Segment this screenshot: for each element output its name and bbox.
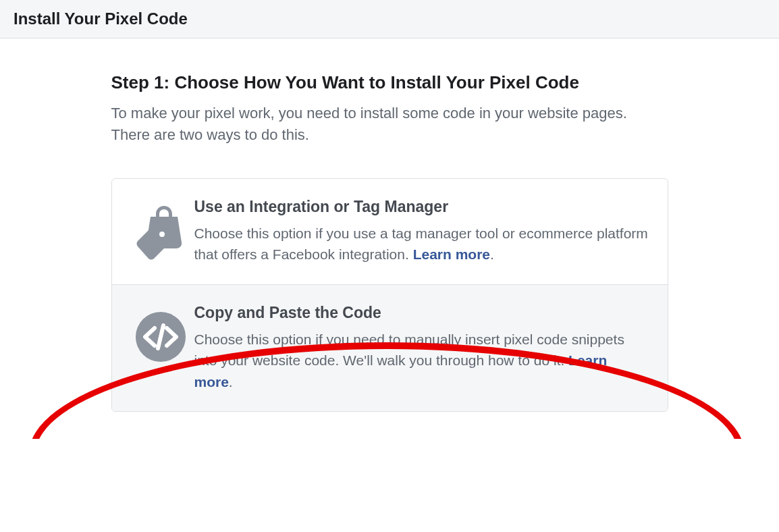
header-bar: Install Your Pixel Code <box>0 0 779 38</box>
option-desc: Choose this option if you use a tag mana… <box>194 223 649 265</box>
code-icon <box>127 304 194 393</box>
option-desc-text: Choose this option if you need to manual… <box>194 331 624 369</box>
page-title: Install Your Pixel Code <box>14 9 765 28</box>
learn-more-link[interactable]: Learn more <box>413 246 490 262</box>
option-title: Copy and Paste the Code <box>194 304 649 322</box>
option-body: Copy and Paste the Code Choose this opti… <box>194 304 649 393</box>
option-body: Use an Integration or Tag Manager Choose… <box>194 198 649 265</box>
svg-point-0 <box>159 232 165 237</box>
option-copy-paste-code[interactable]: Copy and Paste the Code Choose this opti… <box>112 284 668 412</box>
option-integration-tag-manager[interactable]: Use an Integration or Tag Manager Choose… <box>112 179 668 284</box>
option-desc: Choose this option if you need to manual… <box>194 329 649 393</box>
option-title: Use an Integration or Tag Manager <box>194 198 649 216</box>
step-subtext: To make your pixel work, you need to ins… <box>111 103 668 146</box>
step-heading: Step 1: Choose How You Want to Install Y… <box>111 72 668 93</box>
period: . <box>229 374 233 390</box>
options-list: Use an Integration or Tag Manager Choose… <box>111 178 668 413</box>
shopping-tag-icon <box>127 198 194 265</box>
period: . <box>490 246 494 262</box>
content: Step 1: Choose How You Want to Install Y… <box>111 38 668 439</box>
